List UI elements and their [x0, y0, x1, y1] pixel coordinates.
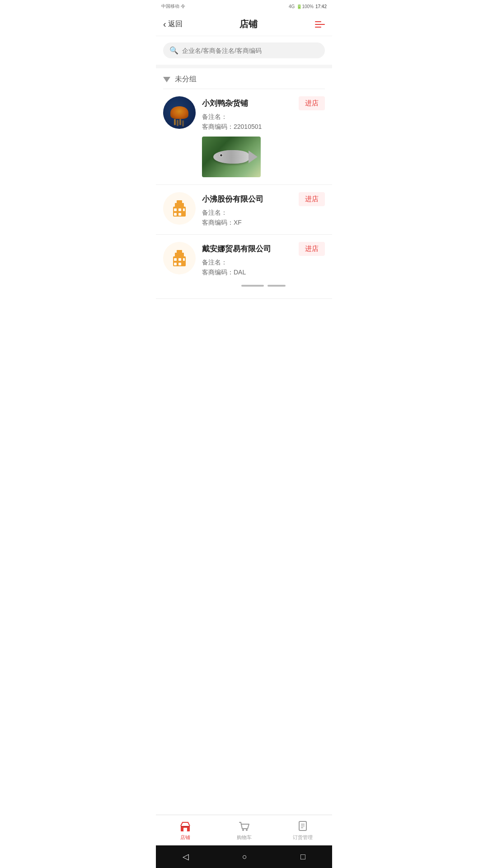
svg-rect-15: [178, 263, 181, 265]
back-button[interactable]: ‹ 返回: [163, 19, 183, 29]
store-info-3: 戴安娜贸易有限公司 进店 备注名： 客商编码：DAL: [202, 242, 325, 277]
store-card-3: 戴安娜贸易有限公司 进店 备注名： 客商编码：DAL: [156, 235, 332, 299]
cart-nav-icon: [238, 820, 250, 832]
store-name-row-3: 戴安娜贸易有限公司 进店: [202, 242, 325, 256]
store-name-3: 戴安娜贸易有限公司: [202, 244, 271, 254]
orders-nav-icon: [296, 820, 309, 832]
jellyfish-avatar: [163, 96, 196, 129]
svg-rect-18: [181, 826, 190, 827]
stores-nav-icon: [179, 820, 192, 832]
store-info-2: 小沸股份有限公司 进店 备注名： 客商编码：XF: [202, 192, 325, 227]
header: ‹ 返回 店铺: [156, 13, 332, 36]
svg-point-20: [246, 829, 248, 831]
search-input[interactable]: [182, 47, 319, 54]
network-text: 4G: [289, 4, 295, 9]
battery-text: 🔋100%: [296, 4, 314, 9]
status-bar: 中国移动 令 4G 🔋100% 17:42: [156, 0, 332, 13]
search-icon: 🔍: [169, 46, 178, 55]
scroll-indicator: [202, 280, 325, 291]
group-header: 未分组: [156, 68, 332, 89]
menu-line-bot: [315, 27, 321, 28]
svg-rect-5: [183, 208, 185, 211]
svg-rect-4: [178, 208, 181, 211]
store-avatar-1: [163, 96, 196, 129]
scroll-dot-2: [267, 285, 286, 287]
building-icon-2: [169, 198, 189, 218]
status-left: 中国移动 令: [161, 3, 185, 9]
nav-label-cart: 购物车: [237, 834, 252, 841]
time-text: 17:42: [315, 4, 327, 9]
building-avatar-3: [163, 242, 196, 274]
store-name-2: 小沸股份有限公司: [202, 194, 263, 204]
android-recent[interactable]: □: [300, 852, 305, 862]
enter-store-button-2[interactable]: 进店: [299, 192, 325, 206]
store-main-3: 戴安娜贸易有限公司 进店 备注名： 客商编码：DAL: [163, 242, 325, 277]
menu-line-mid: [315, 24, 325, 25]
store-main-1: 小刘鸭杂货铺 进店 备注名： 客商编码：22010501: [163, 96, 325, 131]
store-card-1: 小刘鸭杂货铺 进店 备注名： 客商编码：22010501: [156, 89, 332, 185]
fish-shape: [213, 150, 249, 164]
store-avatar-3: [163, 242, 196, 274]
enter-store-button-3[interactable]: 进店: [299, 242, 325, 256]
section-divider: [156, 65, 332, 68]
search-box[interactable]: 🔍: [163, 42, 325, 58]
jellyfish-body: [170, 106, 188, 119]
store-list: 小刘鸭杂货铺 进店 备注名： 客商编码：22010501: [156, 89, 332, 353]
svg-rect-11: [174, 258, 177, 261]
nav-label-orders: 订货管理: [293, 834, 313, 841]
menu-button[interactable]: [315, 21, 325, 28]
store-image-wrap-1: [202, 137, 325, 177]
status-right: 4G 🔋100% 17:42: [289, 4, 327, 9]
fish-body: [213, 150, 249, 164]
nav-label-stores: 店铺: [180, 834, 190, 841]
android-back[interactable]: ◁: [183, 852, 189, 862]
svg-point-19: [242, 829, 244, 831]
svg-rect-3: [174, 208, 177, 211]
group-label: 未分组: [175, 75, 197, 84]
store-code-3: 客商编码：DAL: [202, 269, 325, 277]
store-name-row-1: 小刘鸭杂货铺 进店: [202, 96, 325, 110]
building-avatar-2: [163, 192, 196, 225]
collapse-icon[interactable]: [163, 77, 170, 82]
store-remark-1: 备注名：: [202, 113, 325, 121]
fish-tail: [249, 151, 258, 163]
nav-item-orders[interactable]: 订货管理: [273, 820, 332, 841]
store-product-image-1[interactable]: [202, 137, 261, 177]
store-remark-3: 备注名：: [202, 259, 325, 267]
menu-line-top: [315, 21, 321, 22]
search-section: 🔍: [156, 36, 332, 65]
android-home[interactable]: ○: [242, 852, 247, 862]
svg-rect-12: [178, 258, 181, 261]
svg-rect-14: [174, 263, 177, 265]
store-card-2: 小沸股份有限公司 进店 备注名： 客商编码：XF: [156, 185, 332, 235]
enter-store-button-1[interactable]: 进店: [299, 96, 325, 110]
store-main-2: 小沸股份有限公司 进店 备注名： 客商编码：XF: [163, 192, 325, 227]
fish-eye: [220, 154, 223, 157]
back-arrow-icon: ‹: [163, 19, 166, 29]
store-name-1: 小刘鸭杂货铺: [202, 98, 248, 108]
svg-rect-2: [177, 200, 182, 204]
store-avatar-2: [163, 192, 196, 225]
svg-rect-13: [183, 258, 185, 261]
store-code-1: 客商编码：22010501: [202, 123, 325, 131]
nav-item-stores[interactable]: 店铺: [156, 820, 215, 841]
signal-text: 中国移动 令: [161, 3, 185, 9]
bottom-nav: 店铺 购物车 订货管理: [156, 815, 332, 845]
nav-item-cart[interactable]: 购物车: [215, 820, 273, 841]
store-code-2: 客商编码：XF: [202, 219, 325, 227]
svg-rect-17: [183, 828, 187, 831]
svg-rect-10: [177, 250, 182, 254]
store-info-1: 小刘鸭杂货铺 进店 备注名： 客商编码：22010501: [202, 96, 325, 131]
building-icon-3: [169, 248, 189, 268]
store-remark-2: 备注名：: [202, 209, 325, 217]
page-title: 店铺: [239, 18, 258, 30]
store-name-row-2: 小沸股份有限公司 进店: [202, 192, 325, 206]
scroll-dot-1: [241, 285, 264, 287]
android-nav: ◁ ○ □: [156, 845, 332, 868]
back-label: 返回: [168, 19, 183, 29]
svg-rect-6: [174, 213, 177, 216]
svg-rect-7: [178, 213, 181, 216]
